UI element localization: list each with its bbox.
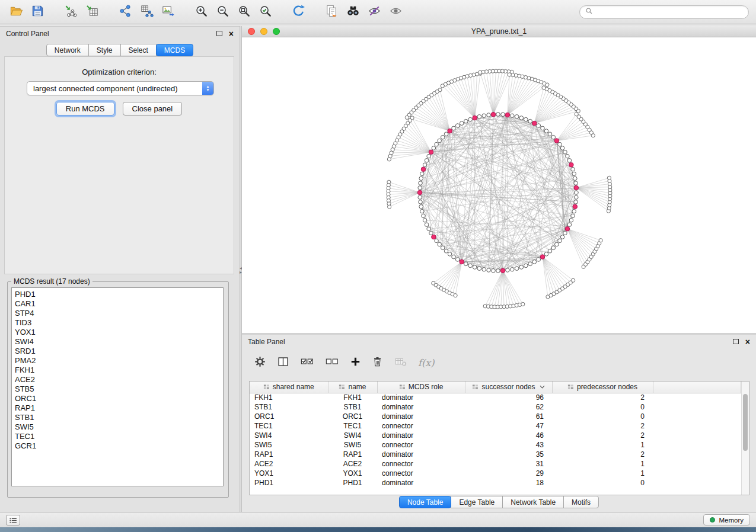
table-cell-filler bbox=[653, 431, 741, 440]
select-all-button[interactable] bbox=[300, 355, 314, 370]
close-panel-icon[interactable]: × bbox=[229, 30, 234, 37]
float-table-panel-icon[interactable] bbox=[733, 339, 739, 344]
column-header-shared-name[interactable]: shared name bbox=[250, 382, 328, 393]
tab-node-table[interactable]: Node Table bbox=[399, 496, 452, 508]
memory-status-icon bbox=[710, 517, 715, 523]
mcds-result-item[interactable]: STB1 bbox=[15, 413, 223, 422]
export-image-button[interactable] bbox=[159, 3, 177, 21]
zoom-in-button[interactable] bbox=[192, 3, 210, 21]
mcds-result-item[interactable]: ACE2 bbox=[15, 375, 223, 384]
tab-mcds[interactable]: MCDS bbox=[156, 44, 193, 56]
mcds-result-item[interactable]: SRD1 bbox=[15, 347, 223, 356]
column-header-predecessor-nodes[interactable]: predecessor nodes bbox=[552, 382, 653, 393]
table-row[interactable]: SWI4SWI4dominator462 bbox=[250, 431, 741, 440]
table-cell: FKH1 bbox=[328, 393, 377, 402]
task-history-button[interactable] bbox=[6, 515, 20, 525]
table-row[interactable]: TEC1TEC1connector472 bbox=[250, 421, 741, 431]
table-row[interactable]: ACE2ACE2connector311 bbox=[250, 459, 741, 469]
zoom-selected-button[interactable] bbox=[256, 3, 274, 21]
table-cell: STB1 bbox=[328, 402, 377, 412]
network-from-table-button[interactable] bbox=[138, 3, 155, 21]
tab-style[interactable]: Style bbox=[88, 44, 121, 56]
open-file-button[interactable] bbox=[7, 3, 25, 21]
refresh-button[interactable] bbox=[289, 3, 307, 21]
tab-network-table[interactable]: Network Table bbox=[502, 496, 564, 508]
table-row[interactable]: FKH1FKH1dominator962 bbox=[250, 393, 741, 402]
delete-column-button[interactable] bbox=[372, 355, 383, 370]
table-cell: SWI4 bbox=[328, 431, 377, 440]
scrollbar-thumb[interactable] bbox=[743, 394, 748, 451]
column-header-name[interactable]: name bbox=[328, 382, 377, 393]
zoom-in-icon bbox=[194, 4, 208, 20]
mcds-result-item[interactable]: TID3 bbox=[15, 318, 223, 328]
memory-button[interactable]: Memory bbox=[703, 514, 750, 525]
gear-icon bbox=[254, 355, 266, 370]
show-all-button[interactable] bbox=[387, 3, 404, 21]
show-columns-button[interactable] bbox=[277, 355, 289, 370]
save-session-button[interactable] bbox=[28, 3, 46, 21]
mcds-result-item[interactable]: CAR1 bbox=[15, 299, 223, 309]
import-table-button[interactable] bbox=[83, 3, 101, 21]
mcds-result-item[interactable]: RAP1 bbox=[15, 403, 223, 413]
mcds-result-item[interactable]: PHD1 bbox=[15, 290, 223, 299]
column-header-MCDS-role[interactable]: MCDS role bbox=[377, 382, 465, 393]
criterion-value: largest connected component (undirected) bbox=[27, 84, 202, 93]
table-row[interactable]: YOX1YOX1connector291 bbox=[250, 469, 741, 478]
zoom-fit-button[interactable] bbox=[235, 3, 253, 21]
mcds-result-item[interactable]: ORC1 bbox=[15, 394, 223, 403]
deselect-all-button[interactable] bbox=[325, 355, 339, 370]
new-network-button[interactable] bbox=[116, 3, 134, 21]
criterion-dropdown[interactable]: largest connected component (undirected)… bbox=[27, 81, 214, 95]
network-graph[interactable] bbox=[242, 37, 756, 333]
network-window: YPA_prune.txt_1 bbox=[242, 26, 756, 333]
mcds-result-item[interactable]: FKH1 bbox=[15, 366, 223, 375]
zoom-out-button[interactable] bbox=[213, 3, 231, 21]
table-scrollbar[interactable] bbox=[741, 382, 749, 495]
function-builder-button[interactable]: f(x) bbox=[418, 357, 434, 368]
search-input[interactable] bbox=[579, 5, 749, 19]
find-button[interactable] bbox=[344, 3, 362, 21]
tab-select[interactable]: Select bbox=[120, 44, 157, 56]
table-row[interactable]: SWI5SWI5connector431 bbox=[250, 440, 741, 450]
mcds-result-item[interactable]: SWI4 bbox=[15, 337, 223, 347]
table-row[interactable]: PHD1PHD1dominator180 bbox=[250, 478, 741, 488]
table-cell: ACE2 bbox=[328, 459, 377, 469]
copy-network-button[interactable] bbox=[323, 3, 340, 21]
tab-motifs[interactable]: Motifs bbox=[563, 496, 599, 508]
run-mcds-button[interactable]: Run MCDS bbox=[56, 102, 114, 116]
mcds-result-item[interactable]: TEC1 bbox=[15, 432, 223, 441]
hide-table-button[interactable] bbox=[394, 355, 407, 370]
table-cell: 96 bbox=[465, 393, 552, 402]
table-panel-title: Table Panel bbox=[248, 338, 285, 346]
tab-edge-table[interactable]: Edge Table bbox=[451, 496, 503, 508]
table-panel-header: Table Panel × bbox=[242, 335, 756, 348]
mcds-result-item[interactable]: GCR1 bbox=[15, 441, 223, 451]
network-window-title: YPA_prune.txt_1 bbox=[242, 27, 756, 36]
tab-network[interactable]: Network bbox=[46, 44, 89, 56]
add-column-button[interactable] bbox=[350, 355, 361, 370]
mcds-result-item[interactable]: PMA2 bbox=[15, 356, 223, 366]
column-header-filler bbox=[653, 382, 741, 393]
hide-selected-button[interactable] bbox=[365, 3, 383, 21]
table-row[interactable]: RAP1RAP1dominator352 bbox=[250, 450, 741, 459]
network-titlebar[interactable]: YPA_prune.txt_1 bbox=[242, 26, 756, 37]
mcds-result-item[interactable]: SWI5 bbox=[15, 422, 223, 432]
table-cell: RAP1 bbox=[250, 450, 328, 459]
table-row[interactable]: STB1STB1dominator620 bbox=[250, 402, 741, 412]
table-row[interactable]: ORC1ORC1dominator610 bbox=[250, 412, 741, 421]
mcds-result-item[interactable]: STB5 bbox=[15, 384, 223, 394]
import-network-button[interactable] bbox=[62, 3, 79, 21]
mcds-result-list[interactable]: PHD1CAR1STP4TID3YOX1SWI4SRD1PMA2FKH1ACE2… bbox=[11, 287, 224, 486]
mcds-result-item[interactable]: STP4 bbox=[15, 309, 223, 318]
float-panel-icon[interactable] bbox=[216, 31, 222, 36]
mcds-result-item[interactable]: YOX1 bbox=[15, 328, 223, 337]
close-table-panel-icon[interactable]: × bbox=[745, 338, 750, 345]
network-canvas[interactable] bbox=[242, 37, 756, 333]
mcds-result-group: MCDS result (17 nodes) PHD1CAR1STP4TID3Y… bbox=[7, 277, 229, 498]
plus-icon bbox=[350, 355, 361, 370]
column-header-successor-nodes[interactable]: successor nodes bbox=[465, 382, 552, 393]
checkboxes-empty-icon bbox=[325, 355, 339, 370]
table-settings-button[interactable] bbox=[254, 355, 266, 370]
control-panel: Control Panel × NetworkStyleSelectMCDS O… bbox=[0, 26, 240, 512]
close-panel-button[interactable]: Close panel bbox=[123, 102, 183, 116]
